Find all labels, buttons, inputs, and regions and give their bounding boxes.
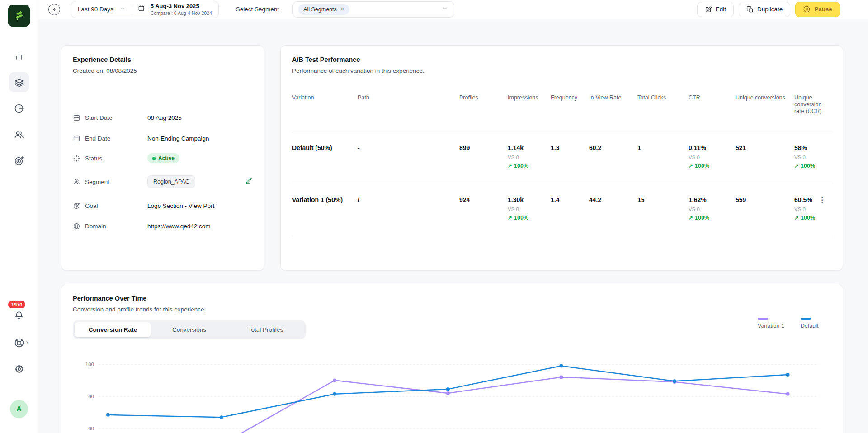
column-header: Unique conversion rate (UCR) [794, 94, 832, 132]
cell-in-view-rate: 44.2 [589, 196, 637, 236]
trend-up-icon: ↗ [689, 215, 693, 221]
date-range-compare: Compare : 6 Aug-4 Nov 2024 [151, 10, 212, 16]
date-range-value: 5 Aug-3 Nov 2025 [151, 3, 212, 9]
experience-details-card: Experience Details Created on: 08/08/202… [61, 45, 264, 271]
pie-chart-icon [14, 103, 24, 114]
legend-swatch [758, 318, 768, 320]
ab-test-table: Variation Path Profiles Impressions Freq… [292, 89, 832, 236]
gear-icon [14, 363, 25, 375]
tab-conversion-rate[interactable]: Conversion Rate [75, 322, 151, 337]
cell-total-clicks: 15 [637, 196, 689, 236]
cell-profiles: 899 [459, 144, 508, 184]
edit-segment-button[interactable] [245, 177, 253, 186]
bell-icon [13, 309, 25, 320]
duplicate-button[interactable]: Duplicate [739, 2, 790, 17]
cell-variation: Default (50%) [292, 144, 358, 184]
tab-conversions[interactable]: Conversions [151, 322, 227, 337]
cell-unique-conversions: 559 [736, 196, 794, 236]
performance-over-time-card: Performance Over Time Conversion and pro… [61, 284, 843, 433]
calendar-icon [73, 135, 80, 142]
legend-item-default[interactable]: Default [801, 318, 819, 329]
column-header: Impressions [508, 94, 551, 132]
performance-chart: 1008060 [79, 357, 829, 433]
calendar-icon [138, 5, 145, 14]
app-root: 1970 › A [0, 0, 868, 433]
card-title: A/B Test Performance [292, 56, 360, 63]
ab-test-card: A/B Test Performance Performance of each… [280, 45, 843, 271]
cell-total-clicks: 1 [637, 144, 689, 184]
column-header: Profiles [459, 94, 508, 132]
cell-in-view-rate: 60.2 [589, 144, 637, 184]
column-header: In-View Rate [589, 94, 637, 132]
cell-variation: Variation 1 (50%) [292, 196, 358, 236]
pause-icon [803, 5, 811, 13]
card-subtitle: Conversion and profile trends for this e… [73, 306, 206, 313]
sidebar: 1970 › A [0, 0, 38, 433]
sidebar-item-analytics[interactable] [9, 46, 29, 66]
copy-icon [746, 6, 754, 13]
legend-item-variation-1[interactable]: Variation 1 [758, 318, 784, 329]
segment-value-chip[interactable]: Region_APAC [147, 175, 195, 188]
column-header: CTR [689, 94, 736, 132]
date-range-preset: Last 90 Days [78, 6, 113, 13]
arrow-left-icon [51, 6, 57, 13]
segment-select-label: Select Segment [236, 6, 279, 13]
trend-up-icon: ↗ [794, 163, 799, 169]
cell-unique-conversions: 521 [736, 144, 794, 184]
edit-button-label: Edit [716, 6, 726, 13]
svg-text:100: 100 [85, 362, 94, 367]
pause-button-label: Pause [814, 6, 832, 13]
notification-badge: 1970 [7, 300, 26, 309]
date-range-control[interactable]: Last 90 Days 5 Aug-3 Nov 2025 Compare : … [71, 1, 219, 18]
avatar[interactable]: A [10, 400, 28, 418]
sidebar-item-settings[interactable] [9, 359, 29, 379]
users-icon [14, 129, 24, 140]
sidebar-item-experiences[interactable] [9, 72, 29, 92]
pause-button[interactable]: Pause [795, 2, 840, 17]
detail-row-domain: Domain https://www.qed42.com [73, 220, 253, 232]
chart-legend: Variation 1 Default [758, 318, 818, 329]
segment-select[interactable]: All Segments ✕ [292, 1, 454, 18]
svg-text:60: 60 [88, 426, 94, 431]
users-icon [73, 178, 80, 186]
calendar-icon [73, 114, 80, 122]
legend-swatch [801, 318, 811, 320]
edit-button[interactable]: Edit [697, 2, 734, 17]
table-header-row: Variation Path Profiles Impressions Freq… [292, 89, 832, 132]
life-buoy-icon [14, 337, 25, 348]
globe-icon [73, 222, 80, 230]
card-title: Experience Details [73, 56, 131, 63]
loader-icon [73, 155, 80, 162]
tab-total-profiles[interactable]: Total Profiles [227, 322, 304, 337]
cell-impressions: 1.14k vs 0 ↗100% [508, 144, 551, 184]
sidebar-item-goals[interactable] [9, 151, 29, 171]
target-icon [14, 155, 24, 166]
card-subtitle: Performance of each variation in this ex… [292, 67, 425, 74]
column-header: Variation [292, 94, 358, 132]
divider [132, 4, 132, 15]
chevron-right-icon[interactable]: › [26, 338, 29, 347]
back-button[interactable] [48, 4, 60, 15]
row-more-options-button[interactable]: ⋮ [818, 196, 826, 204]
table-row-variation-1: Variation 1 (50%) / 924 1.30k vs 0 ↗100%… [292, 184, 832, 236]
cell-ctr: 1.62% vs 0 ↗100% [689, 196, 736, 236]
trend-up-icon: ↗ [794, 215, 799, 221]
edit-icon [705, 6, 712, 13]
svg-text:80: 80 [88, 394, 94, 399]
segment-chip[interactable]: All Segments ✕ [298, 4, 349, 15]
pencil-icon [245, 177, 253, 184]
cell-frequency: 1.4 [551, 196, 589, 236]
trend-up-icon: ↗ [508, 215, 512, 221]
sidebar-item-reports[interactable] [9, 99, 29, 118]
end-date-value: Non-Ending Campaign [147, 135, 209, 142]
segment-chip-label: All Segments [303, 6, 337, 13]
column-header: Frequency [551, 94, 589, 132]
column-header: Path [358, 94, 459, 132]
close-icon[interactable]: ✕ [340, 6, 344, 12]
start-date-value: 08 Aug 2025 [147, 114, 182, 121]
topbar-actions: Edit Duplicate Pause [697, 2, 840, 17]
sidebar-item-audiences[interactable] [9, 125, 29, 145]
created-on: Created on: 08/08/2025 [73, 67, 137, 74]
trend-up-icon: ↗ [689, 163, 693, 169]
brand-logo-icon[interactable] [8, 5, 30, 27]
